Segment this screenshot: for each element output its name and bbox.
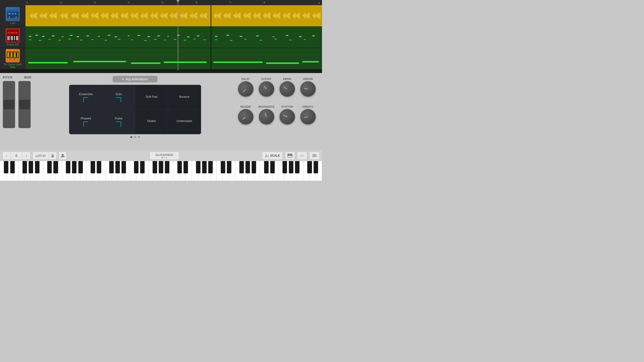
black-key-5-2[interactable] xyxy=(227,161,231,173)
svg-rect-83 xyxy=(118,39,120,39)
preset-ensemble[interactable]: Ensemble xyxy=(70,85,102,109)
preset-phased[interactable]: Phased xyxy=(70,110,102,134)
black-key-7-2[interactable] xyxy=(314,161,318,173)
nav-prev-button[interactable]: ‹ xyxy=(2,152,10,159)
black-key-4-5[interactable] xyxy=(202,161,206,173)
preset-stutter[interactable]: Stutter xyxy=(135,110,168,134)
black-key-3-4[interactable] xyxy=(152,161,157,173)
piano-keys[interactable] xyxy=(0,161,322,181)
black-key-5-6[interactable] xyxy=(252,161,256,173)
list-icon-button[interactable] xyxy=(309,152,320,160)
black-key-2-2[interactable] xyxy=(97,161,101,173)
black-key-1-6[interactable] xyxy=(78,161,83,173)
svg-rect-133 xyxy=(288,154,289,156)
preset-ensemble-indicator xyxy=(83,97,88,102)
black-key-3-2[interactable] xyxy=(140,161,145,173)
svg-rect-43 xyxy=(8,36,8,40)
arp-icon-button[interactable] xyxy=(297,152,308,160)
latch-group: LATCH xyxy=(32,152,57,160)
black-key-0-6[interactable] xyxy=(35,161,39,173)
black-key-6-4[interactable] xyxy=(283,161,287,173)
mod-slider[interactable] xyxy=(18,81,31,128)
black-key-2-5[interactable] xyxy=(116,161,120,173)
track-content-leah[interactable] xyxy=(26,5,322,26)
black-key-6-6[interactable] xyxy=(295,161,299,173)
black-key-0-4[interactable] xyxy=(23,161,27,173)
black-key-3-1[interactable] xyxy=(134,161,138,173)
pitch-slider[interactable] xyxy=(3,81,15,128)
black-key-2-6[interactable] xyxy=(122,161,126,173)
black-key-6-2[interactable] xyxy=(270,161,274,173)
black-key-6-1[interactable] xyxy=(264,161,268,173)
glissando-label: GLISSANDO xyxy=(155,153,173,157)
black-key-5-5[interactable] xyxy=(246,161,250,173)
track-content-poison[interactable] xyxy=(26,27,322,48)
black-key-7-1[interactable] xyxy=(308,161,312,173)
nav-next-button[interactable]: › xyxy=(22,152,30,159)
black-key-0-1[interactable] xyxy=(4,161,8,173)
reverb-knob[interactable] xyxy=(238,109,254,124)
keyboard-icon-button[interactable] xyxy=(285,152,295,160)
keyboard-section: ‹ 0 › LATCH xyxy=(0,150,322,181)
black-key-4-4[interactable] xyxy=(196,161,200,173)
page-dot-3[interactable] xyxy=(138,136,140,138)
black-key-2-1[interactable] xyxy=(90,161,95,173)
black-key-4-6[interactable] xyxy=(208,161,213,173)
vibrato-knob-item: VIBRATO xyxy=(298,105,317,131)
black-key-1-1[interactable] xyxy=(48,161,52,173)
black-key-6-5[interactable] xyxy=(289,161,293,173)
black-key-2-4[interactable] xyxy=(109,161,114,173)
unison-knob[interactable] xyxy=(300,81,316,97)
svg-rect-105 xyxy=(289,39,292,40)
svg-rect-75 xyxy=(29,39,31,40)
track-header-synthbass: 70s Classic Synth Bass xyxy=(0,48,26,69)
add-track-button[interactable]: + xyxy=(318,1,320,5)
black-key-3-6[interactable] xyxy=(165,161,170,173)
svg-rect-120 xyxy=(211,48,212,69)
black-key-1-5[interactable] xyxy=(72,161,76,173)
svg-rect-2 xyxy=(8,13,11,14)
track-icon-poison: POISON xyxy=(6,28,20,43)
latch-lock-button[interactable] xyxy=(48,152,56,159)
vibrato-knob[interactable] xyxy=(300,109,316,124)
swing-knob[interactable] xyxy=(280,81,295,97)
track-icon-leah xyxy=(6,7,20,21)
svg-rect-137 xyxy=(312,154,316,155)
preset-soft-pad[interactable]: Soft Pad xyxy=(135,85,168,109)
glissando-button[interactable]: GLISSANDO xyxy=(150,152,179,160)
ruler-mark-8: 8 xyxy=(262,0,296,5)
black-key-5-1[interactable] xyxy=(221,161,225,173)
svg-rect-51 xyxy=(16,36,17,40)
vibrato-label: VIBRATO xyxy=(302,105,314,108)
black-key-1-4[interactable] xyxy=(66,161,70,173)
bottom-section: PITCH MOD Arp Animations Ensem xyxy=(0,73,322,181)
preset-solo[interactable]: Solo xyxy=(102,85,135,109)
black-key-4-1[interactable] xyxy=(177,161,182,173)
black-key-4-2[interactable] xyxy=(184,161,188,173)
page-dot-1[interactable] xyxy=(130,136,132,138)
delay-knob[interactable] xyxy=(238,81,254,97)
black-key-5-4[interactable] xyxy=(239,161,244,173)
preset-bounce[interactable]: Bounce xyxy=(168,85,200,109)
stutter-knob[interactable] xyxy=(280,109,295,124)
svg-rect-102 xyxy=(245,39,246,39)
svg-rect-78 xyxy=(58,40,61,40)
preset-pulse[interactable]: Pulse xyxy=(102,110,135,134)
knobs-section: DELAY CUTOFF SWING UNISON xyxy=(234,76,319,143)
black-key-0-2[interactable] xyxy=(10,161,14,173)
black-key-3-5[interactable] xyxy=(159,161,163,173)
svg-rect-62 xyxy=(76,36,79,37)
preset-underwater[interactable]: Underwater xyxy=(168,110,200,134)
page-dot-2[interactable] xyxy=(134,136,136,138)
cutoff-knob[interactable] xyxy=(259,81,274,97)
scale-button[interactable]: ♩♪ SCALE xyxy=(262,152,283,160)
svg-rect-103 xyxy=(259,40,262,40)
track-content-synthbass[interactable] xyxy=(26,48,322,69)
resonance-knob[interactable] xyxy=(259,109,274,124)
unison-label: UNISON xyxy=(303,78,313,80)
black-key-1-2[interactable] xyxy=(54,161,58,173)
hat-button[interactable] xyxy=(59,152,67,160)
black-key-0-5[interactable] xyxy=(29,161,33,173)
track-leah: Leah xyxy=(0,5,322,27)
nav-group: ‹ 0 › xyxy=(2,152,31,160)
